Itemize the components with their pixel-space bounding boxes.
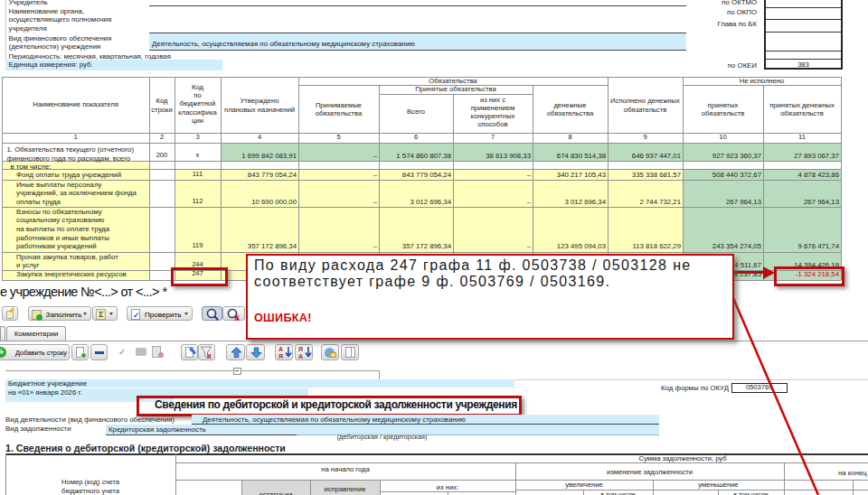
svg-text:x: x [234,313,240,322]
svg-text:x: x [207,351,212,360]
